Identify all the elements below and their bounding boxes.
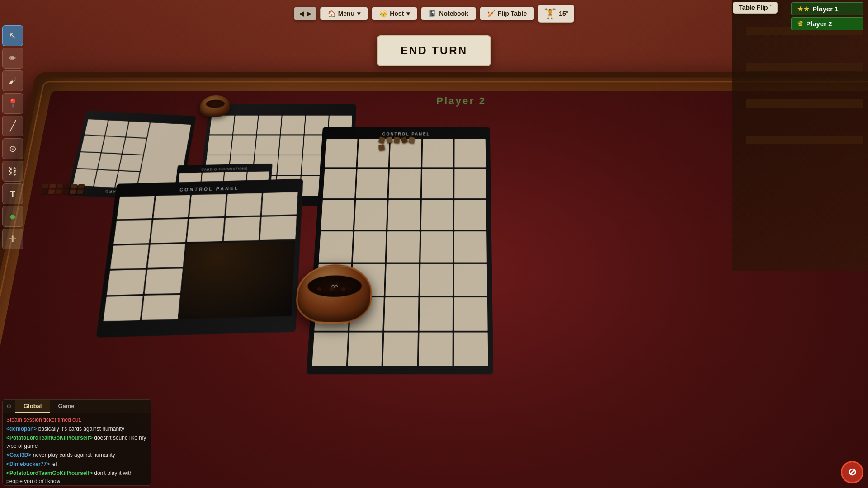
color-icon: ● xyxy=(9,210,16,223)
host-button[interactable]: 👑 Host ▾ xyxy=(372,7,417,20)
board-control-right: CONTROL PANEL xyxy=(307,127,494,374)
menu-chevron-icon: ▾ xyxy=(357,10,360,17)
no-entry-button[interactable]: ⊘ xyxy=(841,461,863,483)
chain-icon: ⛓ xyxy=(8,166,17,177)
move-icon: ✛ xyxy=(9,234,17,244)
bookshelf-shelves xyxy=(746,27,863,253)
tool-pointer[interactable]: 📍 xyxy=(2,93,23,114)
chat-msg-4: <Dimebucker77> lel xyxy=(6,460,147,468)
end-turn-label: END TURN xyxy=(401,44,467,56)
table-flip-notification: Table Flip ` xyxy=(733,2,778,14)
player1-name: Player 1 xyxy=(812,5,839,13)
tool-draw[interactable]: ✏ xyxy=(2,48,23,69)
back-forward-button[interactable]: ◀ ▶ xyxy=(294,7,316,20)
bowl-main[interactable]: ∞ xyxy=(294,264,373,324)
bowl-small[interactable] xyxy=(198,95,231,117)
chat-messages: Steam session ticket timed out. <demopan… xyxy=(3,413,151,485)
no-entry-icon: ⊘ xyxy=(848,466,856,478)
host-chevron-icon: ▾ xyxy=(406,10,410,17)
notebook-button[interactable]: 📓 Notebook xyxy=(421,7,476,20)
pointer-icon: 📍 xyxy=(7,98,19,109)
lasso-icon: ⊙ xyxy=(9,143,17,154)
left-toolbar: ↖ ✏ 🖌 📍 ╱ ⊙ ⛓ T ● ✛ xyxy=(0,23,25,252)
flip-table-icon: 🏏 xyxy=(487,10,495,17)
home-icon: 🏠 xyxy=(328,10,335,17)
player2-name: Player 2 xyxy=(806,20,832,28)
notebook-label: Notebook xyxy=(439,10,468,17)
menu-button[interactable]: 🏠 Menu ▾ xyxy=(320,7,368,20)
tool-color[interactable]: ● xyxy=(2,206,23,227)
host-icon: 👑 xyxy=(379,10,387,17)
dice-group-right xyxy=(377,136,415,151)
chat-tabs: ⚙ Global Game xyxy=(3,400,151,413)
chat-msg-system: Steam session ticket timed out. xyxy=(6,416,147,424)
tool-move[interactable]: ✛ xyxy=(2,229,23,249)
player2-crown: ♛ xyxy=(797,19,803,28)
player2-row: ♛ Player 2 xyxy=(791,17,863,30)
back-icon: ◀ xyxy=(299,10,304,17)
tool-chain[interactable]: ⛓ xyxy=(2,161,23,182)
forward-icon: ▶ xyxy=(307,10,311,17)
paint-icon: 🖌 xyxy=(9,76,17,86)
end-turn-button[interactable]: END TURN xyxy=(377,35,491,66)
board-control-panel: CONTROL PANEL xyxy=(96,179,303,338)
tool-text[interactable]: T xyxy=(2,183,23,204)
menu-label: Menu xyxy=(338,10,355,17)
tool-paint[interactable]: 🖌 xyxy=(2,70,23,91)
tool-lasso[interactable]: ⊙ xyxy=(2,138,23,159)
host-label: Host xyxy=(390,10,404,17)
settings-icon: ⚙ xyxy=(6,403,12,410)
flip-table-label: Flip Table xyxy=(498,10,527,17)
chat-tab-game[interactable]: Game xyxy=(50,400,82,413)
timer-icon: 🏋 xyxy=(544,8,556,19)
player1-stars: ★★ xyxy=(797,5,810,13)
chat-settings-btn[interactable]: ⚙ xyxy=(3,400,15,413)
table-flip-text: Table Flip ` xyxy=(739,4,772,11)
timer-value: 15° xyxy=(559,10,568,17)
player-info-panel: ★★ Player 1 ♛ Player 2 xyxy=(791,2,863,30)
global-tab-label: Global xyxy=(24,403,42,409)
player2-table-label: Player 2 xyxy=(436,95,486,107)
tool-cursor[interactable]: ↖ xyxy=(2,25,23,46)
chat-tab-global[interactable]: Global xyxy=(15,400,50,413)
draw-icon: ✏ xyxy=(9,53,16,63)
game-tab-label: Game xyxy=(58,403,74,409)
notebook-icon: 📓 xyxy=(429,10,436,17)
cursor-icon: ↖ xyxy=(9,30,17,41)
flip-table-button[interactable]: 🏏 Flip Table xyxy=(480,7,534,20)
chat-msg-3: <Gael3D> never play cards against humani… xyxy=(6,451,147,459)
player1-row: ★★ Player 1 xyxy=(791,2,863,15)
tool-line[interactable]: ╱ xyxy=(2,116,23,136)
token-group-left xyxy=(40,184,90,195)
chat-panel: ⚙ Global Game Steam session ticket timed… xyxy=(2,399,151,486)
chat-msg-5: <PotatoLordTeamGoKillYourself> don't pla… xyxy=(6,469,147,485)
chat-msg-2: <PotatoLordTeamGoKillYourself> doesn't s… xyxy=(6,434,147,450)
chat-msg-1: <demopan> basically it's cards against h… xyxy=(6,425,147,433)
timer-button[interactable]: 🏋 15° xyxy=(538,5,574,23)
line-icon: ╱ xyxy=(10,120,16,132)
text-icon: T xyxy=(10,189,15,199)
